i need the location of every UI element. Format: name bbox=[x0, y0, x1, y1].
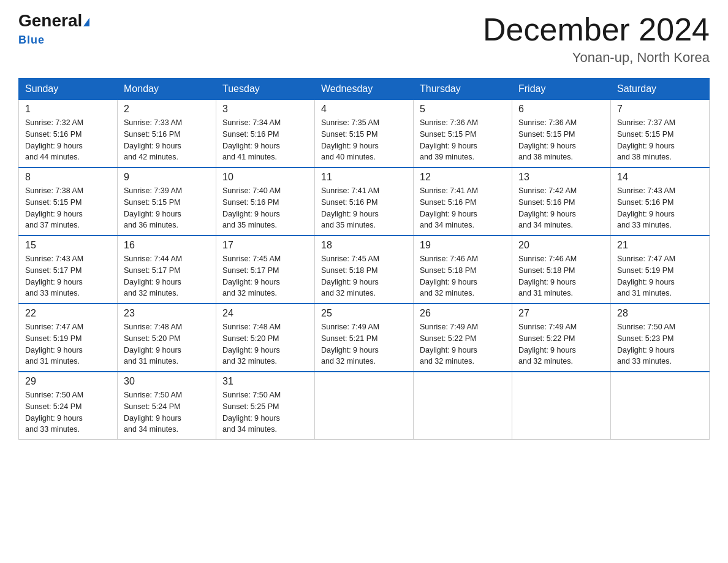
day-info: Sunrise: 7:49 AMSunset: 5:22 PMDaylight:… bbox=[420, 321, 506, 367]
day-info: Sunrise: 7:43 AMSunset: 5:16 PMDaylight:… bbox=[617, 185, 703, 231]
day-number: 18 bbox=[321, 240, 407, 251]
day-number: 9 bbox=[124, 172, 210, 183]
day-number: 8 bbox=[25, 172, 111, 183]
calendar-day-31: 31Sunrise: 7:50 AMSunset: 5:25 PMDayligh… bbox=[216, 372, 315, 440]
day-number: 23 bbox=[124, 308, 210, 319]
calendar-day-22: 22Sunrise: 7:47 AMSunset: 5:19 PMDayligh… bbox=[19, 304, 118, 372]
header-tuesday: Tuesday bbox=[216, 79, 315, 100]
day-number: 19 bbox=[420, 240, 506, 251]
day-info: Sunrise: 7:45 AMSunset: 5:17 PMDaylight:… bbox=[222, 253, 308, 299]
calendar-week-2: 8Sunrise: 7:38 AMSunset: 5:15 PMDaylight… bbox=[19, 167, 710, 236]
empty-cell bbox=[512, 372, 611, 440]
title-block: December 2024 Yonan-up, North Korea bbox=[483, 12, 710, 66]
day-number: 5 bbox=[420, 104, 506, 115]
calendar-day-18: 18Sunrise: 7:45 AMSunset: 5:18 PMDayligh… bbox=[315, 236, 414, 304]
day-info: Sunrise: 7:33 AMSunset: 5:16 PMDaylight:… bbox=[124, 117, 210, 163]
calendar-day-17: 17Sunrise: 7:45 AMSunset: 5:17 PMDayligh… bbox=[216, 236, 315, 304]
day-info: Sunrise: 7:36 AMSunset: 5:15 PMDaylight:… bbox=[518, 117, 604, 163]
calendar-day-3: 3Sunrise: 7:34 AMSunset: 5:16 PMDaylight… bbox=[216, 100, 315, 168]
day-number: 6 bbox=[518, 104, 604, 115]
day-info: Sunrise: 7:32 AMSunset: 5:16 PMDaylight:… bbox=[25, 117, 111, 163]
day-info: Sunrise: 7:44 AMSunset: 5:17 PMDaylight:… bbox=[124, 253, 210, 299]
day-info: Sunrise: 7:50 AMSunset: 5:25 PMDaylight:… bbox=[222, 389, 308, 435]
day-info: Sunrise: 7:34 AMSunset: 5:16 PMDaylight:… bbox=[222, 117, 308, 163]
calendar-day-21: 21Sunrise: 7:47 AMSunset: 5:19 PMDayligh… bbox=[611, 236, 710, 304]
calendar-week-3: 15Sunrise: 7:43 AMSunset: 5:17 PMDayligh… bbox=[19, 236, 710, 304]
calendar-day-9: 9Sunrise: 7:39 AMSunset: 5:15 PMDaylight… bbox=[118, 167, 216, 236]
calendar-day-4: 4Sunrise: 7:35 AMSunset: 5:15 PMDaylight… bbox=[315, 100, 414, 168]
calendar-day-30: 30Sunrise: 7:50 AMSunset: 5:24 PMDayligh… bbox=[118, 372, 216, 440]
calendar-day-27: 27Sunrise: 7:49 AMSunset: 5:22 PMDayligh… bbox=[512, 304, 611, 372]
day-number: 14 bbox=[617, 172, 703, 183]
day-info: Sunrise: 7:49 AMSunset: 5:22 PMDaylight:… bbox=[518, 321, 604, 367]
calendar-day-24: 24Sunrise: 7:48 AMSunset: 5:20 PMDayligh… bbox=[216, 304, 315, 372]
day-number: 22 bbox=[25, 308, 111, 319]
day-info: Sunrise: 7:49 AMSunset: 5:21 PMDaylight:… bbox=[321, 321, 407, 367]
day-number: 15 bbox=[25, 240, 111, 251]
day-number: 7 bbox=[617, 104, 703, 115]
day-number: 16 bbox=[124, 240, 210, 251]
day-number: 28 bbox=[617, 308, 703, 319]
logo-triangle-icon bbox=[83, 18, 89, 26]
day-info: Sunrise: 7:48 AMSunset: 5:20 PMDaylight:… bbox=[124, 321, 210, 367]
page-header: General Blue December 2024 Yonan-up, Nor… bbox=[18, 12, 710, 66]
calendar-week-1: 1Sunrise: 7:32 AMSunset: 5:16 PMDaylight… bbox=[19, 100, 710, 168]
calendar-day-19: 19Sunrise: 7:46 AMSunset: 5:18 PMDayligh… bbox=[414, 236, 512, 304]
day-info: Sunrise: 7:46 AMSunset: 5:18 PMDaylight:… bbox=[420, 253, 506, 299]
day-info: Sunrise: 7:35 AMSunset: 5:15 PMDaylight:… bbox=[321, 117, 407, 163]
calendar-day-20: 20Sunrise: 7:46 AMSunset: 5:18 PMDayligh… bbox=[512, 236, 611, 304]
logo-blue: Blue bbox=[18, 34, 45, 46]
day-info: Sunrise: 7:37 AMSunset: 5:15 PMDaylight:… bbox=[617, 117, 703, 163]
calendar-day-16: 16Sunrise: 7:44 AMSunset: 5:17 PMDayligh… bbox=[118, 236, 216, 304]
calendar-header-row: SundayMondayTuesdayWednesdayThursdayFrid… bbox=[19, 79, 710, 100]
header-sunday: Sunday bbox=[19, 79, 118, 100]
day-number: 27 bbox=[518, 308, 604, 319]
day-number: 29 bbox=[25, 376, 111, 387]
day-info: Sunrise: 7:40 AMSunset: 5:16 PMDaylight:… bbox=[222, 185, 308, 231]
day-info: Sunrise: 7:46 AMSunset: 5:18 PMDaylight:… bbox=[518, 253, 604, 299]
calendar-day-1: 1Sunrise: 7:32 AMSunset: 5:16 PMDaylight… bbox=[19, 100, 118, 168]
calendar-day-14: 14Sunrise: 7:43 AMSunset: 5:16 PMDayligh… bbox=[611, 167, 710, 236]
header-wednesday: Wednesday bbox=[315, 79, 414, 100]
calendar-day-28: 28Sunrise: 7:50 AMSunset: 5:23 PMDayligh… bbox=[611, 304, 710, 372]
day-number: 1 bbox=[25, 104, 111, 115]
header-friday: Friday bbox=[512, 79, 611, 100]
day-info: Sunrise: 7:41 AMSunset: 5:16 PMDaylight:… bbox=[420, 185, 506, 231]
day-number: 26 bbox=[420, 308, 506, 319]
calendar-day-6: 6Sunrise: 7:36 AMSunset: 5:15 PMDaylight… bbox=[512, 100, 611, 168]
day-info: Sunrise: 7:47 AMSunset: 5:19 PMDaylight:… bbox=[25, 321, 111, 367]
calendar-day-23: 23Sunrise: 7:48 AMSunset: 5:20 PMDayligh… bbox=[118, 304, 216, 372]
header-monday: Monday bbox=[118, 79, 216, 100]
calendar-day-25: 25Sunrise: 7:49 AMSunset: 5:21 PMDayligh… bbox=[315, 304, 414, 372]
day-number: 20 bbox=[518, 240, 604, 251]
month-title: December 2024 bbox=[483, 12, 710, 47]
day-info: Sunrise: 7:38 AMSunset: 5:15 PMDaylight:… bbox=[25, 185, 111, 231]
logo: General Blue bbox=[18, 12, 89, 47]
calendar-day-26: 26Sunrise: 7:49 AMSunset: 5:22 PMDayligh… bbox=[414, 304, 512, 372]
day-info: Sunrise: 7:48 AMSunset: 5:20 PMDaylight:… bbox=[222, 321, 308, 367]
day-number: 24 bbox=[222, 308, 308, 319]
calendar-week-5: 29Sunrise: 7:50 AMSunset: 5:24 PMDayligh… bbox=[19, 372, 710, 440]
calendar-day-12: 12Sunrise: 7:41 AMSunset: 5:16 PMDayligh… bbox=[414, 167, 512, 236]
day-number: 2 bbox=[124, 104, 210, 115]
day-number: 25 bbox=[321, 308, 407, 319]
day-number: 13 bbox=[518, 172, 604, 183]
calendar-week-4: 22Sunrise: 7:47 AMSunset: 5:19 PMDayligh… bbox=[19, 304, 710, 372]
calendar-table: SundayMondayTuesdayWednesdayThursdayFrid… bbox=[18, 78, 710, 440]
calendar-day-11: 11Sunrise: 7:41 AMSunset: 5:16 PMDayligh… bbox=[315, 167, 414, 236]
day-number: 17 bbox=[222, 240, 308, 251]
day-number: 4 bbox=[321, 104, 407, 115]
empty-cell bbox=[315, 372, 414, 440]
calendar-day-29: 29Sunrise: 7:50 AMSunset: 5:24 PMDayligh… bbox=[19, 372, 118, 440]
calendar-day-2: 2Sunrise: 7:33 AMSunset: 5:16 PMDaylight… bbox=[118, 100, 216, 168]
calendar-day-7: 7Sunrise: 7:37 AMSunset: 5:15 PMDaylight… bbox=[611, 100, 710, 168]
day-info: Sunrise: 7:50 AMSunset: 5:23 PMDaylight:… bbox=[617, 321, 703, 367]
empty-cell bbox=[611, 372, 710, 440]
day-info: Sunrise: 7:50 AMSunset: 5:24 PMDaylight:… bbox=[25, 389, 111, 435]
day-info: Sunrise: 7:45 AMSunset: 5:18 PMDaylight:… bbox=[321, 253, 407, 299]
header-thursday: Thursday bbox=[414, 79, 512, 100]
day-number: 3 bbox=[222, 104, 308, 115]
day-info: Sunrise: 7:39 AMSunset: 5:15 PMDaylight:… bbox=[124, 185, 210, 231]
day-info: Sunrise: 7:47 AMSunset: 5:19 PMDaylight:… bbox=[617, 253, 703, 299]
day-info: Sunrise: 7:41 AMSunset: 5:16 PMDaylight:… bbox=[321, 185, 407, 231]
